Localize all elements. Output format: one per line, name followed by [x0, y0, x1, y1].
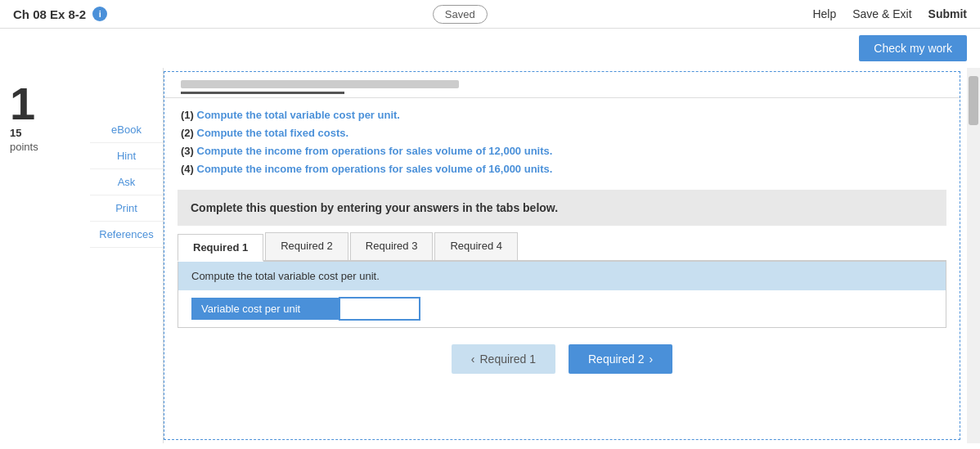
- sidebar-item-ask[interactable]: Ask: [90, 169, 163, 195]
- sidebar-item-references[interactable]: References: [90, 222, 163, 248]
- tab-content: Compute the total variable cost per unit…: [178, 262, 946, 328]
- instruction-4: (4) Compute the income from operations f…: [181, 160, 943, 178]
- sidebar-item-ebook[interactable]: eBook: [90, 117, 163, 143]
- sidebar-item-hint[interactable]: Hint: [90, 143, 163, 169]
- content-top-line: [181, 92, 344, 94]
- instruction-4-text: Compute the income from operations for s…: [197, 163, 553, 175]
- check-bar: Check my work: [0, 29, 980, 68]
- next-button[interactable]: Required 2 ›: [569, 344, 672, 374]
- scrollbar-thumb[interactable]: [969, 76, 978, 125]
- topbar-left: Ch 08 Ex 8-2 i: [13, 7, 107, 21]
- prev-arrow-icon: ‹: [471, 352, 475, 366]
- tabs-container: Required 1 Required 2 Required 3 Require…: [178, 232, 946, 262]
- variable-cost-label: Variable cost per unit: [191, 298, 339, 320]
- instruction-2-text: Compute the total fixed costs.: [197, 127, 349, 139]
- instruction-3-number: (3): [181, 145, 197, 157]
- variable-cost-table: Variable cost per unit: [178, 290, 946, 327]
- topbar: Ch 08 Ex 8-2 i Saved Help Save & Exit Su…: [0, 0, 980, 29]
- content-top-bar: [181, 80, 459, 88]
- instruction-1-number: (1): [181, 109, 197, 121]
- instruction-3: (3) Compute the income from operations f…: [181, 142, 943, 160]
- main-layout: 1 15 points eBook Hint Ask Print Referen…: [0, 68, 980, 443]
- nav-buttons: ‹ Required 1 Required 2 ›: [164, 328, 960, 390]
- saved-badge: Saved: [433, 5, 488, 24]
- instructions: (1) Compute the total variable cost per …: [164, 98, 960, 183]
- submit-button[interactable]: Submit: [928, 7, 967, 20]
- instruction-2: (2) Compute the total fixed costs.: [181, 124, 943, 142]
- content-area: (1) Compute the total variable cost per …: [164, 71, 960, 440]
- check-work-button[interactable]: Check my work: [859, 35, 967, 61]
- prev-button[interactable]: ‹ Required 1: [452, 344, 555, 374]
- instruction-1: (1) Compute the total variable cost per …: [181, 106, 943, 124]
- instruction-3-text: Compute the income from operations for s…: [197, 145, 553, 157]
- help-link[interactable]: Help: [812, 7, 836, 20]
- sidebar-nav: eBook Hint Ask Print References: [90, 68, 164, 443]
- tab-required-2[interactable]: Required 2: [265, 232, 348, 260]
- content-top: [164, 72, 960, 98]
- topbar-right: Help Save & Exit Submit: [812, 7, 967, 20]
- instruction-box: Complete this question by entering your …: [178, 190, 946, 226]
- left-panel: 1 15 points: [0, 68, 90, 443]
- prev-button-label: Required 1: [480, 352, 537, 366]
- question-number: 1: [10, 81, 80, 127]
- tab-required-3[interactable]: Required 3: [350, 232, 434, 260]
- page-title: Ch 08 Ex 8-2: [13, 7, 86, 21]
- points-label: points: [10, 141, 80, 153]
- instruction-1-text: Compute the total variable cost per unit…: [197, 109, 400, 121]
- sidebar-item-print[interactable]: Print: [90, 195, 163, 222]
- scrollbar-area: [967, 68, 980, 443]
- instruction-4-number: (4): [181, 163, 197, 175]
- tab-content-header: Compute the total variable cost per unit…: [178, 262, 946, 290]
- next-button-label: Required 2: [588, 352, 645, 366]
- tab-required-1[interactable]: Required 1: [178, 234, 263, 262]
- saved-badge-container: Saved: [433, 7, 488, 20]
- variable-cost-row: Variable cost per unit: [191, 297, 933, 321]
- save-exit-button[interactable]: Save & Exit: [852, 7, 911, 20]
- info-icon[interactable]: i: [92, 7, 107, 21]
- variable-cost-input[interactable]: [339, 297, 420, 321]
- points-value: 15: [10, 127, 80, 139]
- instruction-2-number: (2): [181, 127, 197, 139]
- tab-required-4[interactable]: Required 4: [434, 232, 518, 260]
- next-arrow-icon: ›: [650, 352, 654, 366]
